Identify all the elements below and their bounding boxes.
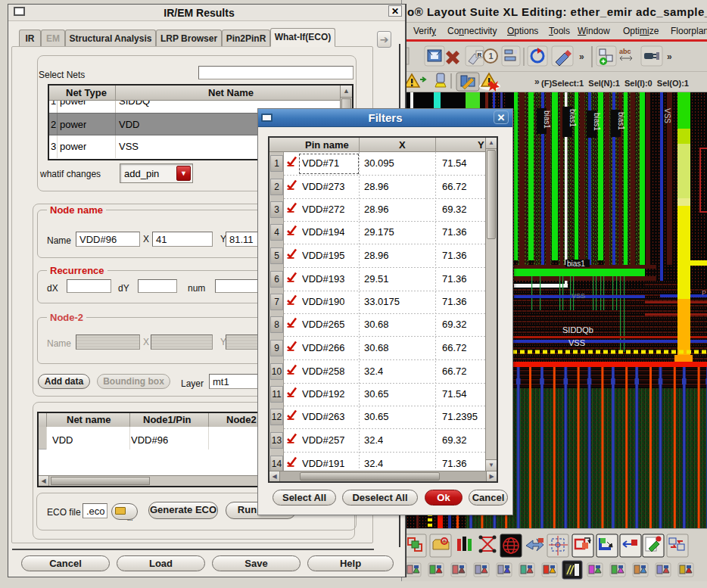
- svg-text:SIDDQb: SIDDQb: [562, 325, 593, 334]
- svg-text:R: R: [478, 51, 482, 58]
- svg-text:VSS: VSS: [568, 338, 585, 347]
- svg-text:bias1: bias1: [593, 113, 601, 131]
- svg-text:bias1: bias1: [568, 109, 577, 127]
- svg-text:1: 1: [489, 51, 494, 61]
- svg-text:»: »: [579, 51, 584, 62]
- svg-text:VSS: VSS: [572, 292, 585, 300]
- svg-text:»: »: [667, 51, 672, 62]
- svg-text:bias1: bias1: [617, 112, 625, 130]
- svg-text:VSS: VSS: [663, 108, 671, 123]
- svg-text:»: »: [534, 76, 540, 87]
- svg-text:P: P: [702, 289, 706, 297]
- svg-text:abc: abc: [619, 48, 631, 55]
- svg-text:bias1: bias1: [567, 260, 585, 268]
- svg-text:bias1: bias1: [543, 110, 551, 129]
